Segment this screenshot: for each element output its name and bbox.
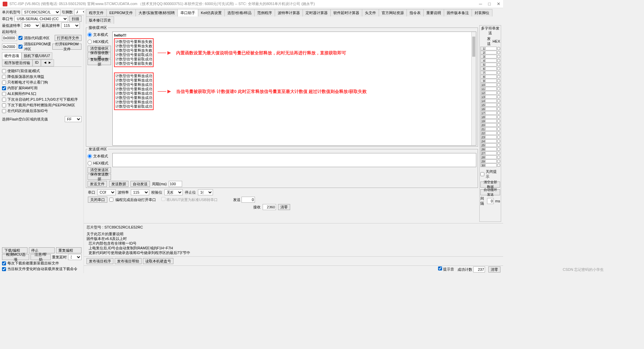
ms-txt-13[interactable]: [485, 95, 497, 99]
ms-txt-26[interactable]: [485, 147, 497, 151]
clearall-button[interactable]: 清空全部数据: [480, 182, 500, 188]
toptab-6[interactable]: 范例程序: [254, 9, 275, 16]
ms-txt-11[interactable]: [485, 87, 497, 91]
ms-txt-24[interactable]: [485, 139, 497, 143]
ms-num-27[interactable]: 27: [480, 151, 485, 155]
hwtab-2[interactable]: 程序加密后传输: [2, 59, 33, 66]
hwopt-check-0[interactable]: [2, 69, 6, 73]
interval-input[interactable]: [487, 198, 494, 204]
ms-hex-5[interactable]: [497, 63, 500, 66]
period-input[interactable]: [169, 181, 182, 187]
ms-hex-20[interactable]: [497, 123, 500, 127]
ms-txt-7[interactable]: [485, 71, 497, 74]
ms-txt-14[interactable]: [485, 99, 497, 103]
ms-hex-10[interactable]: [497, 83, 500, 86]
ms-hex-1[interactable]: [497, 47, 500, 50]
send-textarea[interactable]: [112, 153, 476, 167]
parity-select[interactable]: 无校验: [164, 189, 183, 195]
ms-txt-1[interactable]: [485, 47, 497, 50]
ms-txt-10[interactable]: [485, 83, 497, 87]
ms-hex-6[interactable]: [497, 67, 500, 70]
ms-num-12[interactable]: 12: [480, 91, 485, 95]
sendfile-button[interactable]: 发送文件: [88, 181, 107, 187]
ms-hex-12[interactable]: [497, 91, 500, 94]
ms-hex-4[interactable]: [497, 59, 500, 62]
addr2-input[interactable]: [2, 44, 17, 50]
hwopt-check-6[interactable]: [2, 103, 6, 107]
botbtn-1[interactable]: 发布项目帮助: [115, 258, 142, 264]
closeport-button[interactable]: 关闭串口: [88, 197, 107, 203]
delay-select[interactable]: 3 秒: [68, 254, 82, 260]
ms-hex-28[interactable]: [497, 156, 500, 159]
ms-num-15[interactable]: 15: [480, 103, 485, 107]
ms-hex-23[interactable]: [497, 136, 500, 139]
ms-num-5[interactable]: 5: [480, 63, 485, 66]
ms-num-13[interactable]: 13: [480, 95, 485, 99]
ms-hex-19[interactable]: [497, 119, 500, 122]
maximize-icon[interactable]: □: [488, 1, 491, 6]
hwopt-check-4[interactable]: [2, 92, 6, 96]
ms-txt-25[interactable]: [485, 143, 497, 147]
autosend-check[interactable]: [2, 267, 6, 271]
ms-num-22[interactable]: 22: [480, 131, 485, 135]
ms-txt-18[interactable]: [485, 115, 497, 119]
hwopt-check-1[interactable]: [2, 75, 6, 79]
toptab-16[interactable]: 版本修订历史: [86, 16, 114, 24]
ms-hex-8[interactable]: [497, 75, 500, 78]
scan-button[interactable]: 扫描: [69, 16, 82, 22]
botbtn-2[interactable]: 读取本机硬盘号: [143, 258, 173, 264]
ms-num-20[interactable]: 20: [480, 123, 485, 127]
toptab-8[interactable]: 定时器计算器: [303, 9, 331, 16]
ms-hex-30[interactable]: [497, 164, 500, 167]
close-icon[interactable]: ✕: [497, 1, 500, 6]
ms-num-11[interactable]: 11: [480, 87, 485, 91]
toptab-7[interactable]: 波特率计算器: [275, 9, 303, 16]
ms-hex-13[interactable]: [497, 95, 500, 98]
ms-num-8[interactable]: 8: [480, 75, 485, 79]
ms-txt-23[interactable]: [485, 135, 497, 139]
recv-copy-button[interactable]: 复制接收数据: [88, 59, 111, 65]
ms-hex-27[interactable]: [497, 152, 500, 155]
stop-select[interactable]: 1位: [198, 189, 213, 195]
ms-txt-27[interactable]: [485, 151, 497, 155]
hwtab-0[interactable]: 硬件选项: [2, 52, 21, 59]
scrollbar[interactable]: [471, 32, 476, 145]
ms-hex-21[interactable]: [497, 128, 500, 131]
ms-hex-26[interactable]: [497, 148, 500, 151]
ms-num-3[interactable]: 3: [480, 55, 485, 58]
ms-hex-18[interactable]: [497, 115, 500, 118]
ms-num-26[interactable]: 26: [480, 147, 485, 151]
clear-eeprom-check[interactable]: [18, 45, 22, 49]
reprogram-button[interactable]: 重复编程: [56, 247, 82, 253]
ms-txt-8[interactable]: [485, 75, 497, 79]
addr1-input[interactable]: [2, 35, 17, 41]
ms-txt-12[interactable]: [485, 91, 497, 95]
ms-hex-11[interactable]: [497, 87, 500, 90]
senddata-button[interactable]: 发送数据: [109, 181, 128, 187]
ms-num-14[interactable]: 14: [480, 99, 485, 103]
ms-hex-3[interactable]: [497, 55, 500, 58]
send-save-button[interactable]: 保存发送数据: [88, 174, 111, 180]
ms-hex-2[interactable]: [497, 51, 500, 54]
open-eeprom-button[interactable]: 打开EEPROM文件: [52, 44, 82, 50]
ms-num-2[interactable]: 2: [480, 51, 485, 54]
ms-txt-22[interactable]: [485, 131, 497, 135]
ms-hex-15[interactable]: [497, 103, 500, 106]
ms-hex-9[interactable]: [497, 79, 500, 82]
ms-num-21[interactable]: 21: [480, 127, 485, 131]
ms-txt-15[interactable]: [485, 103, 497, 107]
autoloop-button[interactable]: 自动循环发送: [480, 189, 500, 195]
ms-hex-7[interactable]: [497, 71, 500, 74]
ms-num-7[interactable]: 7: [480, 71, 485, 74]
count-clear-button[interactable]: 清零: [278, 204, 290, 210]
ms-txt-21[interactable]: [485, 127, 497, 131]
ms-txt-19[interactable]: [485, 119, 497, 123]
flash-fill-select[interactable]: FF: [65, 116, 82, 122]
ms-num-25[interactable]: 25: [480, 143, 485, 147]
minimize-icon[interactable]: ─: [479, 1, 482, 6]
ms-txt-9[interactable]: [485, 79, 497, 83]
ms-hex-25[interactable]: [497, 144, 500, 147]
hwtab-1[interactable]: 脱机下载/U8/U7: [21, 52, 52, 59]
ms-txt-3[interactable]: [485, 55, 497, 58]
ms-num-9[interactable]: 9: [480, 79, 485, 83]
